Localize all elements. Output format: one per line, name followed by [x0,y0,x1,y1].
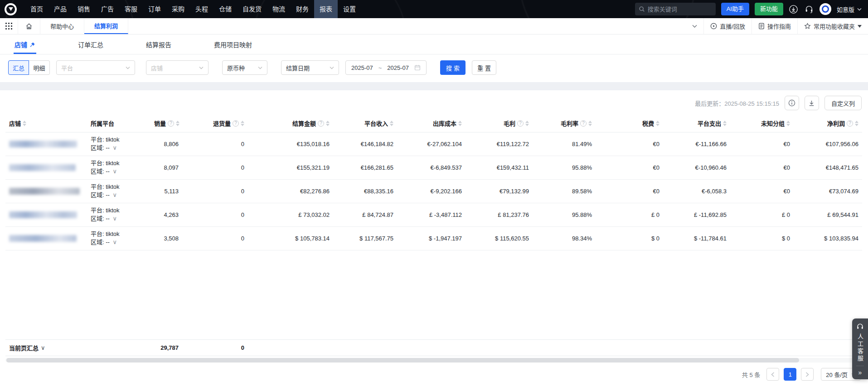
sort-icon[interactable] [326,121,330,126]
collapse-right-icon[interactable]: » [858,369,862,377]
column-header-settlement[interactable]: 结算金额? [248,115,333,132]
sort-icon[interactable] [390,121,393,126]
customer-service-widget[interactable]: 人工客服 » [852,318,868,379]
column-header-returns[interactable]: 退货量? [182,115,248,132]
help-icon[interactable]: ? [318,120,324,127]
prev-page-button[interactable] [766,368,779,381]
scrollbar-thumb[interactable] [6,358,799,363]
nav-item-客服[interactable]: 客服 [119,0,143,18]
column-header-platform_expense[interactable]: 平台支出 [663,115,730,132]
ai-assistant-button[interactable]: AI助手 [721,3,749,15]
settlement-profit-tab[interactable]: 结算利润 [84,18,128,34]
report-tab-费用项目映射[interactable]: 费用项目映射 [213,34,253,54]
global-search[interactable] [635,3,716,15]
sort-icon[interactable] [723,121,727,126]
shop-select[interactable]: 店铺 [146,60,209,75]
home-tab[interactable] [18,18,40,34]
shop-name-redacted[interactable] [9,235,77,242]
export-download-button[interactable] [805,96,819,110]
column-header-platform_income[interactable]: 平台收入 [333,115,397,132]
platform-select[interactable]: 平台 [56,60,135,75]
favorites-button[interactable]: 常用功能收藏夹 [797,18,868,34]
nav-item-首页[interactable]: 首页 [25,0,48,18]
help-icon[interactable]: ? [847,120,853,127]
search-input[interactable] [648,6,712,13]
sort-icon[interactable] [241,121,244,126]
region-line[interactable]: 区域: -- ∨ [91,191,147,199]
user-avatar[interactable] [820,3,831,15]
nav-item-广告[interactable]: 广告 [96,0,119,18]
region-line[interactable]: 区域: -- ∨ [91,215,147,223]
live-replay-button[interactable]: 直播/回放 [703,18,752,34]
sort-icon[interactable] [525,121,529,126]
sort-icon[interactable] [588,121,592,126]
help-icon[interactable]: ? [233,120,239,127]
new-feature-button[interactable]: 新功能 [755,3,783,15]
column-header-tax[interactable]: 税费 [596,115,663,132]
region-line[interactable]: 区域: -- ∨ [91,167,147,176]
search-button[interactable]: 搜索 [440,60,466,75]
column-header-unknown_group[interactable]: 未知分组 [730,115,794,132]
nav-item-头程[interactable]: 头程 [190,0,213,18]
nav-item-采购[interactable]: 采购 [166,0,190,18]
nav-item-订单[interactable]: 订单 [143,0,166,18]
detail-toggle-button[interactable]: 明细 [29,60,50,75]
app-logo-icon[interactable] [5,3,17,15]
apps-grid-icon[interactable] [0,18,18,34]
report-tab-店铺[interactable]: 店铺 [14,34,36,54]
date-to-value[interactable]: 2025-07 [387,64,409,71]
chevron-down-icon[interactable]: ∨ [113,215,117,222]
report-tab-结算报告[interactable]: 结算报告 [145,34,172,54]
nav-item-物流[interactable]: 物流 [267,0,291,18]
chevron-down-icon[interactable]: ∨ [113,168,117,175]
chevron-down-icon[interactable]: ∨ [113,144,117,151]
column-header-net_profit[interactable]: 净利润? [794,115,862,132]
nav-item-报表[interactable]: 报表 [314,0,338,18]
summary-toggle-button[interactable]: 汇总 [8,60,29,75]
date-range-picker[interactable]: 2025-07 ~ 2025-07 [345,60,427,75]
date-type-select[interactable]: 结算日期 [281,60,339,75]
column-header-outbound_cost[interactable]: 出库成本 [397,115,466,132]
reset-button[interactable]: 重置 [472,60,496,75]
shop-name-redacted[interactable] [9,164,76,171]
help-center-tab[interactable]: 帮助中心 [40,18,84,34]
sort-icon[interactable] [23,121,26,126]
column-header-gross_margin[interactable]: 毛利率? [533,115,596,132]
guide-button[interactable]: 操作指南 [752,18,797,34]
nav-item-销售[interactable]: 销售 [72,0,96,18]
shop-name-redacted[interactable] [9,211,77,218]
download-center-icon[interactable] [789,4,799,14]
chevron-down-icon[interactable]: ∨ [113,191,117,198]
shop-name-redacted[interactable] [9,188,80,195]
next-page-button[interactable] [801,368,814,381]
pin-icon[interactable] [29,42,35,48]
collapse-tabs-button[interactable] [686,18,703,34]
region-line[interactable]: 区域: -- ∨ [91,144,147,152]
info-button[interactable] [785,96,799,110]
version-menu[interactable]: 如意版 [837,5,862,14]
sort-icon[interactable] [656,121,659,126]
nav-item-仓储[interactable]: 仓储 [213,0,237,18]
horizontal-scrollbar[interactable] [5,358,863,363]
sort-icon[interactable] [176,121,179,126]
currency-select[interactable]: 原币种 [222,60,267,75]
help-icon[interactable]: ? [580,120,587,127]
column-header-shop[interactable]: 店铺 [5,115,87,132]
summary-label[interactable]: 当前页汇总 ∨ [9,343,45,352]
help-icon[interactable]: ? [168,120,174,127]
nav-item-产品[interactable]: 产品 [48,0,72,18]
region-line[interactable]: 区域: -- ∨ [91,238,147,246]
nav-item-设置[interactable]: 设置 [338,0,361,18]
nav-item-自发货[interactable]: 自发货 [237,0,267,18]
column-header-gross_profit[interactable]: 毛利? [466,115,533,132]
shop-name-redacted[interactable] [9,141,77,147]
sort-icon[interactable] [855,121,858,126]
nav-item-财务[interactable]: 财务 [291,0,314,18]
headset-support-icon[interactable] [804,4,814,14]
report-tab-订单汇总[interactable]: 订单汇总 [77,34,104,54]
customize-columns-button[interactable]: 自定义列 [824,96,862,110]
page-number-button[interactable]: 1 [784,368,796,381]
date-from-value[interactable]: 2025-07 [351,64,373,71]
sort-icon[interactable] [458,121,462,126]
help-icon[interactable]: ? [517,120,524,127]
